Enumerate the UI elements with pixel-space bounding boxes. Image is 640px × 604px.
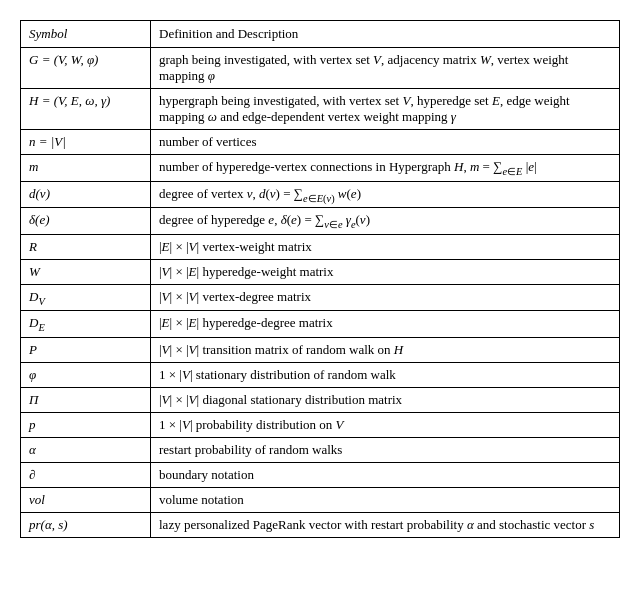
- symbol-cell: Π: [21, 387, 151, 412]
- table-row: G = (V, W, φ)graph being investigated, w…: [21, 48, 620, 89]
- symbol-cell: P: [21, 337, 151, 362]
- symbol-cell: δ(e): [21, 208, 151, 235]
- definition-cell: boundary notation: [151, 462, 620, 487]
- table-row: mnumber of hyperedge-vertex connections …: [21, 155, 620, 182]
- definition-cell: |E| × |V| vertex-weight matrix: [151, 234, 620, 259]
- definition-cell: restart probability of random walks: [151, 437, 620, 462]
- definition-cell: degree of vertex v, d(v) = ∑e∈E(v) w(e): [151, 181, 620, 208]
- symbol-cell: G = (V, W, φ): [21, 48, 151, 89]
- table-row: n = |V|number of vertices: [21, 130, 620, 155]
- definition-cell: lazy personalized PageRank vector with r…: [151, 512, 620, 537]
- table-row: volvolume notation: [21, 487, 620, 512]
- definition-cell: graph being investigated, with vertex se…: [151, 48, 620, 89]
- definition-cell: |V| × |V| vertex-degree matrix: [151, 284, 620, 311]
- symbol-cell: R: [21, 234, 151, 259]
- main-container: Symbol Definition and Description G = (V…: [20, 20, 620, 538]
- table-row: W|V| × |E| hyperedge-weight matrix: [21, 259, 620, 284]
- symbol-cell: DV: [21, 284, 151, 311]
- symbol-table: Symbol Definition and Description G = (V…: [20, 20, 620, 538]
- symbol-cell: pr(α, s): [21, 512, 151, 537]
- table-row: H = (V, E, ω, γ)hypergraph being investi…: [21, 89, 620, 130]
- table-body: G = (V, W, φ)graph being investigated, w…: [21, 48, 620, 538]
- symbol-cell: m: [21, 155, 151, 182]
- table-row: pr(α, s)lazy personalized PageRank vecto…: [21, 512, 620, 537]
- table-header-row: Symbol Definition and Description: [21, 21, 620, 48]
- symbol-cell: DE: [21, 311, 151, 338]
- definition-cell: volume notation: [151, 487, 620, 512]
- table-row: d(v)degree of vertex v, d(v) = ∑e∈E(v) w…: [21, 181, 620, 208]
- table-row: R|E| × |V| vertex-weight matrix: [21, 234, 620, 259]
- symbol-cell: φ: [21, 362, 151, 387]
- table-row: Π|V| × |V| diagonal stationary distribut…: [21, 387, 620, 412]
- table-row: δ(e)degree of hyperedge e, δ(e) = ∑v∈e γ…: [21, 208, 620, 235]
- table-row: p1 × |V| probability distribution on V: [21, 412, 620, 437]
- symbol-cell: W: [21, 259, 151, 284]
- definition-cell: |V| × |V| diagonal stationary distributi…: [151, 387, 620, 412]
- table-row: ∂boundary notation: [21, 462, 620, 487]
- definition-cell: 1 × |V| stationary distribution of rando…: [151, 362, 620, 387]
- table-row: DV|V| × |V| vertex-degree matrix: [21, 284, 620, 311]
- header-definition: Definition and Description: [151, 21, 620, 48]
- symbol-cell: ∂: [21, 462, 151, 487]
- definition-cell: degree of hyperedge e, δ(e) = ∑v∈e γe(v): [151, 208, 620, 235]
- definition-cell: |V| × |V| transition matrix of random wa…: [151, 337, 620, 362]
- definition-cell: |V| × |E| hyperedge-weight matrix: [151, 259, 620, 284]
- table-row: αrestart probability of random walks: [21, 437, 620, 462]
- symbol-cell: p: [21, 412, 151, 437]
- table-row: φ1 × |V| stationary distribution of rand…: [21, 362, 620, 387]
- symbol-cell: d(v): [21, 181, 151, 208]
- definition-cell: number of hyperedge-vertex connections i…: [151, 155, 620, 182]
- symbol-cell: H = (V, E, ω, γ): [21, 89, 151, 130]
- header-symbol: Symbol: [21, 21, 151, 48]
- symbol-cell: n = |V|: [21, 130, 151, 155]
- symbol-cell: vol: [21, 487, 151, 512]
- definition-cell: 1 × |V| probability distribution on V: [151, 412, 620, 437]
- table-row: DE|E| × |E| hyperedge-degree matrix: [21, 311, 620, 338]
- table-row: P|V| × |V| transition matrix of random w…: [21, 337, 620, 362]
- definition-cell: number of vertices: [151, 130, 620, 155]
- symbol-cell: α: [21, 437, 151, 462]
- definition-cell: |E| × |E| hyperedge-degree matrix: [151, 311, 620, 338]
- definition-cell: hypergraph being investigated, with vert…: [151, 89, 620, 130]
